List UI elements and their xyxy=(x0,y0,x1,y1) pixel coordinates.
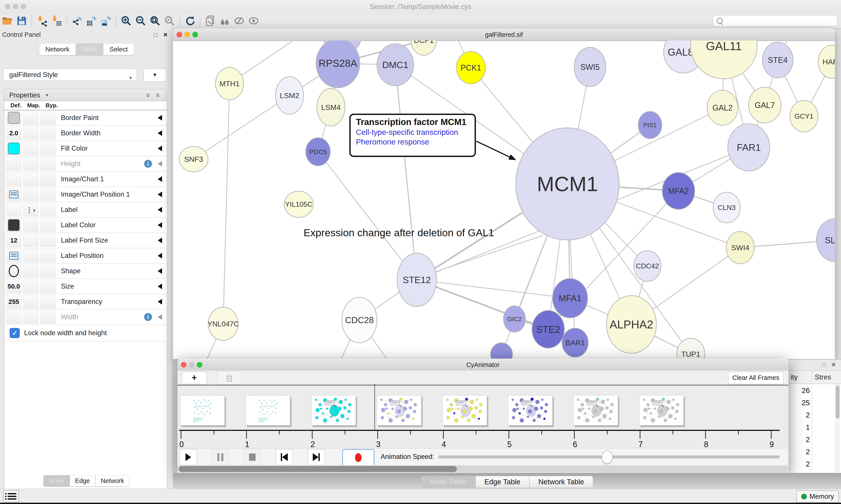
search-input[interactable] xyxy=(726,17,837,24)
network-node-lsm4[interactable]: LSM4 xyxy=(317,88,345,126)
property-row-label[interactable]: ⋮›Label xyxy=(4,202,167,218)
default-value-cell[interactable] xyxy=(6,142,21,155)
network-node-far1[interactable]: FAR1 xyxy=(728,124,770,171)
expand-arrow-icon[interactable] xyxy=(158,299,162,305)
network-window-titlebar[interactable]: galFiltered.sif xyxy=(173,29,835,41)
mapping-cell[interactable] xyxy=(23,111,38,124)
close-panel-icon[interactable]: × xyxy=(163,31,167,39)
zoom-in-icon[interactable] xyxy=(120,14,133,28)
skip-end-button[interactable] xyxy=(307,449,325,465)
frame-thumbnail-2[interactable] xyxy=(311,395,356,426)
cp-tab-node[interactable]: Node xyxy=(43,475,69,486)
network-node-snf3[interactable]: SNF3 xyxy=(179,146,208,172)
default-value-cell[interactable] xyxy=(6,203,21,216)
network-node-pck1[interactable]: PCK1 xyxy=(457,51,485,84)
network-node-yil105c[interactable]: YIL105C xyxy=(284,191,313,217)
mapping-cell[interactable] xyxy=(23,173,38,186)
default-value-cell[interactable] xyxy=(6,173,21,186)
tab-edge-table[interactable]: Edge Table xyxy=(476,476,530,488)
network-node-tup1[interactable]: TUP1 xyxy=(677,338,705,359)
property-row-size[interactable]: 50.0Size xyxy=(4,279,167,294)
expand-arrow-icon[interactable] xyxy=(158,237,162,243)
tab-select[interactable]: Select xyxy=(103,43,134,55)
tab-node-table[interactable]: Node Table xyxy=(421,476,475,488)
frame-thumbnail-5[interactable] xyxy=(508,395,553,426)
style-options-button[interactable]: ▾ xyxy=(143,68,166,82)
table-cell-value[interactable]: 2 xyxy=(789,411,810,419)
mapping-cell[interactable] xyxy=(23,157,38,170)
bypass-cell[interactable] xyxy=(40,173,56,186)
collapse-all-icon[interactable]: « xyxy=(154,93,163,97)
add-frame-button[interactable]: + xyxy=(182,372,207,384)
frames-timeline[interactable]: 0123456789Seconds xyxy=(177,385,788,448)
default-value-cell[interactable]: 255 xyxy=(6,295,21,308)
expand-arrow-icon[interactable] xyxy=(158,115,162,121)
mapping-cell[interactable] xyxy=(23,310,38,324)
expand-arrow-icon[interactable] xyxy=(158,268,162,274)
network-node-swi5[interactable]: SWI5 xyxy=(574,47,606,87)
expand-arrow-icon[interactable] xyxy=(158,253,162,258)
default-value-cell[interactable]: 2.0 xyxy=(6,127,21,140)
network-edge[interactable] xyxy=(395,65,417,280)
table-cell-value[interactable]: 2 xyxy=(789,460,810,468)
bypass-cell[interactable] xyxy=(40,280,56,293)
network-node-bar1[interactable]: BAR1 xyxy=(562,328,588,357)
import-table-icon[interactable] xyxy=(50,14,63,28)
default-value-cell[interactable] xyxy=(6,188,21,201)
style-selector[interactable]: galFiltered Style ▾ xyxy=(3,68,137,81)
expand-arrow-icon[interactable] xyxy=(158,176,162,182)
play-button[interactable] xyxy=(180,449,197,465)
network-node-slt2[interactable]: SLT2 xyxy=(817,219,835,262)
network-node-gal2[interactable]: GAL2 xyxy=(707,90,738,125)
timeline-playhead[interactable] xyxy=(375,384,375,430)
bypass-cell[interactable] xyxy=(40,249,56,262)
expand-arrow-icon[interactable] xyxy=(158,314,162,320)
export-image-icon[interactable] xyxy=(99,14,112,28)
bypass-cell[interactable] xyxy=(40,142,56,155)
frame-thumbnail-6[interactable] xyxy=(573,395,618,426)
table-column-ity[interactable]: ity xyxy=(791,373,798,381)
network-node-cln3[interactable]: CLN3 xyxy=(713,192,740,223)
hide-selected-icon[interactable] xyxy=(233,14,246,28)
default-value-cell[interactable]: 50.0 xyxy=(6,280,21,293)
network-node-swi4[interactable]: SWI4 xyxy=(726,231,754,264)
network-node-lsm2[interactable]: LSM2 xyxy=(275,77,304,114)
default-value-cell[interactable] xyxy=(6,265,21,277)
expand-all-icon[interactable]: » xyxy=(145,93,153,97)
default-value-cell[interactable]: 12 xyxy=(6,234,21,247)
expand-arrow-icon[interactable] xyxy=(158,222,162,228)
cp-tab-edge[interactable]: Edge xyxy=(70,475,95,486)
network-node-dmc1[interactable]: DMC1 xyxy=(377,44,414,86)
info-icon[interactable]: i xyxy=(144,313,152,321)
network-node-gal11[interactable]: GAL11 xyxy=(691,40,757,79)
pause-button[interactable] xyxy=(212,449,229,465)
first-neighbors-icon[interactable] xyxy=(218,14,231,28)
mapping-cell[interactable] xyxy=(23,142,38,155)
bypass-cell[interactable] xyxy=(40,203,56,216)
network-node-pdc5[interactable]: PDC5 xyxy=(306,138,330,166)
apply-layout-icon[interactable] xyxy=(183,14,196,28)
network-node-dcp1[interactable]: DCP1 xyxy=(411,40,436,55)
mapping-cell[interactable] xyxy=(23,188,38,201)
mapping-cell[interactable] xyxy=(23,280,38,293)
network-edge[interactable] xyxy=(194,95,289,159)
stop-button[interactable] xyxy=(244,449,261,465)
expand-arrow-icon[interactable] xyxy=(158,284,162,289)
annotation-link-1[interactable]: Cell-type-specific transcription xyxy=(356,128,475,137)
manage-networks-icon[interactable] xyxy=(204,14,217,28)
default-value-cell[interactable] xyxy=(6,249,21,262)
frame-thumbnail-7[interactable] xyxy=(639,395,684,426)
properties-header[interactable]: Properties ▾ » « xyxy=(4,89,167,101)
export-table-icon[interactable] xyxy=(85,14,98,28)
default-value-cell[interactable] xyxy=(6,157,21,170)
lock-size-checkbox[interactable]: ✓ xyxy=(10,328,20,338)
search-field[interactable] xyxy=(713,15,838,27)
tab-style[interactable]: Style xyxy=(76,43,103,55)
network-node-mfa1[interactable]: MFA1 xyxy=(553,278,588,318)
mapping-cell[interactable]: ⋮› xyxy=(23,203,38,216)
bypass-cell[interactable] xyxy=(40,234,56,247)
zoom-selected-icon[interactable] xyxy=(163,14,176,28)
bypass-cell[interactable] xyxy=(40,127,56,140)
property-row-image-chart-position-1[interactable]: Image/Chart Position 1 xyxy=(4,187,167,202)
property-row-shape[interactable]: Shape xyxy=(4,264,167,279)
